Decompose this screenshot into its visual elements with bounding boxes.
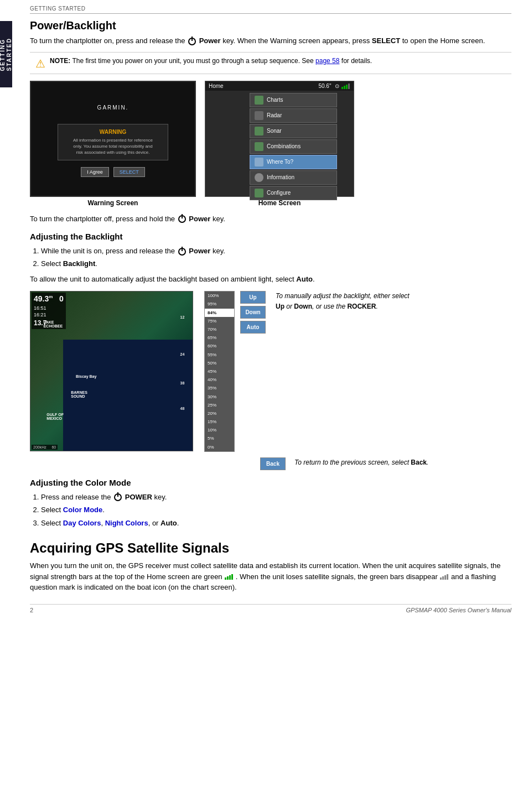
backlight-adjustment-row: 49.3m 0 16:51 16:21 13.7 LAKEECHOBEE Bis… [30, 291, 511, 470]
backlight-auto-text: To allow the unit to automatically adjus… [30, 274, 511, 285]
select-button[interactable]: SELECT [113, 167, 145, 177]
warning-title: WARNING [65, 129, 161, 135]
breadcrumb: Getting Started [30, 6, 511, 14]
down-button[interactable]: Down [240, 306, 266, 319]
backlight-step2: Select Backlight. [41, 257, 511, 270]
warning-screen-mockup: GARMIN. WARNING All information is prese… [30, 81, 196, 197]
page-footer: 2 GPSMAP 4000 Series Owner's Manual [30, 604, 511, 613]
home-screen-header: Home 50.6" ⊙ [205, 81, 354, 91]
signal-icon-green [225, 574, 233, 580]
section4-title: Acquiring GPS Satellite Signals [30, 540, 511, 556]
sonar-icon [255, 127, 263, 136]
menu-item-sonar[interactable]: Sonar [250, 124, 337, 138]
depth-24-label: 24 [180, 352, 185, 356]
home-screen-mockup: Home 50.6" ⊙ Charts [205, 81, 354, 197]
warning-box: WARNING All information is presented for… [58, 124, 168, 161]
note-link[interactable]: page 58 [315, 57, 339, 65]
back-button-row: Back To return to the previous screen, s… [235, 457, 428, 470]
color-step3: Select Day Colors, Night Colors, or Auto… [41, 517, 511, 529]
section1-title: Power/Backlight [30, 19, 511, 32]
menu-item-configure[interactable]: Configure [250, 186, 337, 200]
backlight-controls-wrapper: 100% 95% 84% 75% 70% 65% 60% 55% 50% 45%… [204, 291, 428, 470]
warning-body: All information is presented for referen… [65, 137, 161, 156]
backlight-buttons: Up Down Auto [240, 291, 266, 334]
section2-title: Adjusting the Backlight [30, 232, 511, 241]
menu-item-combinations[interactable]: Combinations [250, 139, 337, 154]
color-step2: Select Color Mode. [41, 503, 511, 516]
side-tab-label: GETTINGSTARTED [0, 38, 13, 71]
note-text: NOTE: The first time you power on your u… [50, 56, 372, 66]
menu-item-where-to[interactable]: Where To? [250, 155, 337, 169]
section4-para1: When you turn the unit on, the GPS recei… [30, 560, 511, 593]
radar-icon [255, 111, 263, 120]
power-icon [188, 38, 196, 45]
backlight-steps: While the unit is on, press and release … [41, 244, 511, 270]
auto-button[interactable]: Auto [240, 321, 266, 334]
warning-triangle-icon: ⚠ [35, 57, 45, 70]
backlight-active-item[interactable]: 84% [205, 309, 234, 317]
signal-icon [341, 84, 350, 89]
backlight-desc2: To return to the previous screen, select… [294, 457, 428, 468]
depth-48-label: 48 [180, 407, 185, 410]
note-box: ⚠ NOTE: The first time you power on your… [30, 52, 511, 74]
backlight-percentage-list: 100% 95% 84% 75% 70% 65% 60% 55% 50% 45%… [204, 291, 235, 452]
barnes-label: BARNESSOUND [71, 391, 87, 398]
power-icon-3 [178, 248, 186, 256]
biscay-label: Biscay Bay [76, 374, 96, 378]
power-icon-2 [178, 215, 186, 223]
backlight-desc1: To manually adjust the backlight, either… [276, 291, 420, 312]
home-menu: Charts Radar Sonar Combinations Where To… [205, 91, 354, 202]
back-button[interactable]: Back [260, 457, 286, 470]
information-icon [255, 173, 263, 182]
home-screen-label: Home Screen [205, 199, 354, 207]
side-tab: GETTINGSTARTED [0, 21, 12, 87]
warning-screen-label: Warning Screen [30, 199, 196, 207]
screenshot-row: GARMIN. WARNING All information is prese… [30, 81, 511, 197]
section3-title: Adjusting the Color Mode [30, 478, 511, 487]
menu-item-radar[interactable]: Radar [250, 108, 337, 123]
charts-icon [255, 96, 263, 105]
lake-label: LAKEECHOBEE [43, 320, 63, 328]
chart-screen-mockup: 49.3m 0 16:51 16:21 13.7 LAKEECHOBEE Bis… [30, 291, 193, 451]
warning-buttons: I Agree SELECT [81, 167, 145, 177]
page-number: 2 [30, 607, 33, 613]
backlight-controls-row: 100% 95% 84% 75% 70% 65% 60% 55% 50% 45%… [204, 291, 420, 452]
screen-labels: Warning Screen Home Screen [30, 199, 511, 207]
power-off-para: To turn the chartplotter off, press and … [30, 214, 511, 225]
garmin-logo: GARMIN. [97, 100, 129, 121]
power-icon-4 [114, 493, 122, 501]
signal-icon-grey [440, 574, 448, 580]
color-step1: Press and release the POWER key. [41, 491, 511, 503]
i-agree-button[interactable]: I Agree [81, 167, 109, 177]
configure-icon [255, 189, 263, 197]
menu-item-information[interactable]: Information [250, 170, 337, 185]
color-mode-steps: Press and release the POWER key. Select … [41, 491, 511, 529]
backlight-step1: While the unit is on, press and release … [41, 244, 511, 257]
section1-para1: To turn the chartplotter on, press and r… [30, 35, 511, 46]
depth-12-label: 12 [180, 315, 185, 319]
where-to-icon [255, 158, 263, 166]
gulf-label: GULF OFMEXICO [46, 413, 64, 420]
up-button[interactable]: Up [240, 291, 266, 304]
chart-bottom-label: 200kHz 60 [32, 445, 58, 450]
menu-item-charts[interactable]: Charts [250, 93, 337, 107]
depth-38-label: 38 [180, 381, 185, 385]
combinations-icon [255, 142, 263, 151]
manual-title: GPSMAP 4000 Series Owner's Manual [406, 607, 511, 613]
